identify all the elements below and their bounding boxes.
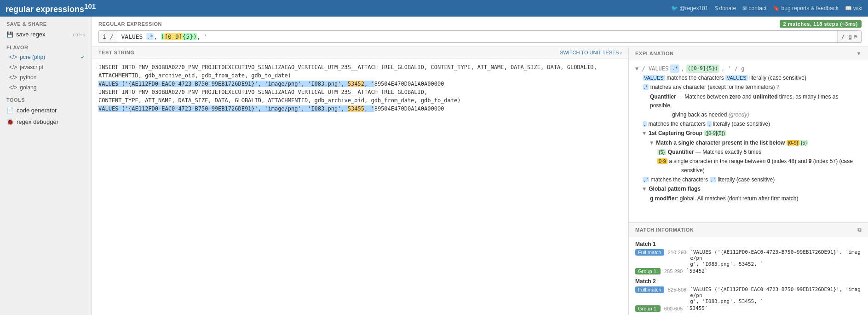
flavor-python[interactable]: </> python	[0, 72, 92, 82]
exp-comma-line: , matches the characters , literally (ca…	[635, 120, 862, 128]
test-section: TEST STRING SWITCH TO UNIT TESTS › INSER…	[92, 47, 629, 315]
exp-comma-quote: , ' / g	[721, 64, 745, 73]
flavor-golang[interactable]: </> golang	[0, 82, 92, 93]
save-icon: 💾	[6, 31, 13, 38]
donate-link[interactable]: $ donate	[714, 5, 736, 12]
test-match1-highlight: VALUES ('{AE112FD0-EAC0-4723-B750-99EB17…	[98, 81, 374, 87]
exp-comma-space: ,	[681, 64, 684, 73]
exp-dotstar-line: .* matches any character (except for lin…	[635, 83, 862, 92]
explanation-collapse-icon[interactable]: ▼	[857, 51, 862, 56]
match-copy-icon[interactable]: ⧉	[857, 227, 862, 233]
bug-reports-link[interactable]: 🔖 bug reports & feedback	[773, 5, 838, 12]
match2-fullmatch-pos: 525-608	[668, 286, 686, 292]
explanation-section: EXPLANATION ▼ ▼ / VALUES .*, ([0-9]{5}),…	[629, 47, 868, 223]
save-share-title: SAVE & SHARE	[0, 17, 92, 29]
flavor-pcre[interactable]: </> pcre (php) ✓	[0, 52, 92, 62]
exp-range-line2: sensitive)	[635, 166, 862, 175]
exp-commaquote-literal: , '	[710, 177, 716, 182]
match1-group1-val: `53452`	[686, 268, 707, 274]
exp-flags-line: ▼ Global pattern flags	[635, 185, 862, 193]
flags-triangle: ▼	[643, 185, 646, 193]
flags-text: / g	[841, 33, 852, 40]
group-triangle: ▼	[643, 129, 646, 138]
match2-title: Match 2	[635, 278, 862, 285]
right-panel: EXPLANATION ▼ ▼ / VALUES .*, ([0-9]{5}),…	[629, 47, 868, 315]
exp-gmod-line: g modifier: global. All matches (don't r…	[635, 194, 862, 203]
match2-fullmatch-row: Full match 525-608 `VALUES ('{AE112FD0-E…	[635, 286, 862, 304]
match1-group1-row: Group 1. 285-290 `53452`	[635, 268, 862, 274]
match2-group1-pos: 600-605	[664, 305, 683, 311]
twitter-link[interactable]: 🐦 @regex101	[671, 5, 708, 12]
explanation-title: EXPLANATION	[635, 51, 674, 56]
tool-regex-debugger[interactable]: 🐞 regex debugger	[0, 116, 92, 128]
flavor-pcre-label: pcre (php)	[20, 54, 45, 60]
js-icon: </>	[9, 64, 17, 70]
exp-values-tag: VALUES	[643, 75, 665, 81]
exp-values-literal: VALUES	[725, 75, 748, 81]
exp-comma-tag: ,	[643, 121, 647, 127]
match1-group1-pos: 285-290	[664, 268, 683, 274]
match2-group1-row: Group 1. 600-605 `53455`	[635, 305, 862, 312]
active-check: ✓	[80, 54, 85, 60]
regex-input[interactable]: VALUES .*, ([0-9]{5}), '	[117, 31, 837, 42]
regex-values-text: VALUES	[121, 33, 146, 40]
exp-help-link[interactable]: ?	[776, 84, 780, 90]
exp-group-line: ▼ 1st Capturing Group ([0-9]{5})	[635, 129, 862, 138]
regex-input-row: i / VALUES .*, ([0-9]{5}), ' / g ⚑	[98, 30, 862, 43]
exp-regex-display: ▼ / VALUES .*, ([0-9]{5}), ' / g	[635, 64, 862, 73]
regex-flags: / g ⚑	[837, 31, 861, 42]
match2-fullmatch-badge: Full match	[635, 286, 664, 293]
regex-comma: ,	[154, 33, 161, 40]
explanation-header: EXPLANATION ▼	[629, 47, 868, 60]
exp-quant-tag: {5}	[799, 140, 808, 146]
pcre-icon: </>	[9, 54, 17, 60]
exp-commaquote-tag: , '	[643, 177, 649, 182]
save-regex-shortcut: ctrl+s	[73, 32, 85, 37]
exp-quantifier-line2: giving back as needed (greedy)	[635, 111, 862, 119]
exp-regex-slash1: ▼ / VALUES	[635, 64, 668, 73]
wiki-link[interactable]: 📖 wiki	[845, 5, 862, 12]
match2-group1-val: `53455`	[686, 305, 707, 311]
regex-quantifier: {5}	[183, 33, 193, 40]
test-line-3-rest: 89504E470D0A1A0A00000	[374, 81, 444, 87]
match-info-header: MATCH INFORMATION ⧉	[629, 223, 868, 237]
flavor-javascript[interactable]: </> javascript	[0, 62, 92, 72]
flavor-js-label: javascript	[20, 64, 43, 70]
contact-link[interactable]: ✉ contact	[742, 5, 766, 12]
exp-commaquote-line: , ' matches the characters , ' literally…	[635, 175, 862, 184]
regex-debugger-label: regex debugger	[17, 118, 58, 125]
tools-title: TOOLS	[0, 93, 92, 105]
content-area: REGULAR EXPRESSION 2 matches, 118 steps …	[92, 17, 868, 315]
match1-fullmatch-pos: 210-293	[668, 249, 686, 255]
save-regex-item[interactable]: 💾 save regex ctrl+s	[0, 29, 92, 40]
test-line-1: INSERT INTO PNV_030BBA0270_PNV_PROJETOEX…	[98, 64, 427, 70]
exp-charclass-tag: [0-9]	[787, 140, 799, 146]
regex-char-class: [0-9]	[164, 33, 182, 40]
debug-icon: 🐞	[6, 118, 14, 125]
exp-comma-literal: ,	[707, 121, 711, 127]
test-line-5: CONTENT_TYPE, ATT_NAME, DATA_SIZE, DATA,…	[98, 97, 460, 104]
header: regular expressions101 🐦 @regex101 $ don…	[0, 0, 868, 17]
exp-range-tag: 0-9	[657, 158, 667, 164]
exp-group-tag: ([0-9]{5})	[704, 130, 726, 136]
tool-code-generator[interactable]: 📄 code generator	[0, 105, 92, 116]
site-logo[interactable]: regular expressions101	[6, 2, 96, 14]
regex-prefix: i /	[99, 31, 117, 42]
code-gen-label: code generator	[17, 107, 57, 114]
match1-title: Match 1	[635, 241, 862, 247]
exp-charclass-line: ▼ Match a single character present in th…	[635, 139, 862, 147]
save-regex-label: save regex	[16, 31, 46, 38]
header-nav: 🐦 @regex101 $ donate ✉ contact 🔖 bug rep…	[671, 5, 862, 12]
match-info-title: MATCH INFORMATION	[635, 227, 694, 233]
test-textarea[interactable]: INSERT INTO PNV_030BBA0270_PNV_PROJETOEX…	[92, 58, 628, 315]
match-group-1: Match 1 Full match 210-293 `VALUES ('{AE…	[635, 241, 862, 274]
match1-fullmatch-row: Full match 210-293 `VALUES ('{AE112FD0-E…	[635, 249, 862, 267]
charclass-triangle: ▼	[650, 139, 653, 147]
regex-section-header: REGULAR EXPRESSION 2 matches, 118 steps …	[98, 20, 862, 28]
match-info-section: MATCH INFORMATION ⧉ Match 1 Full match 2…	[629, 223, 868, 315]
exp-dotstar-tag: .*	[643, 84, 649, 90]
switch-unit-btn[interactable]: SWITCH TO UNIT TESTS ›	[560, 50, 622, 55]
match1-fullmatch-val: `VALUES ('{AE112FD0-EAC0-4723-B750-99EB1…	[690, 249, 862, 267]
regex-group-close: )	[193, 33, 197, 40]
match2-group1-badge: Group 1.	[635, 305, 661, 312]
